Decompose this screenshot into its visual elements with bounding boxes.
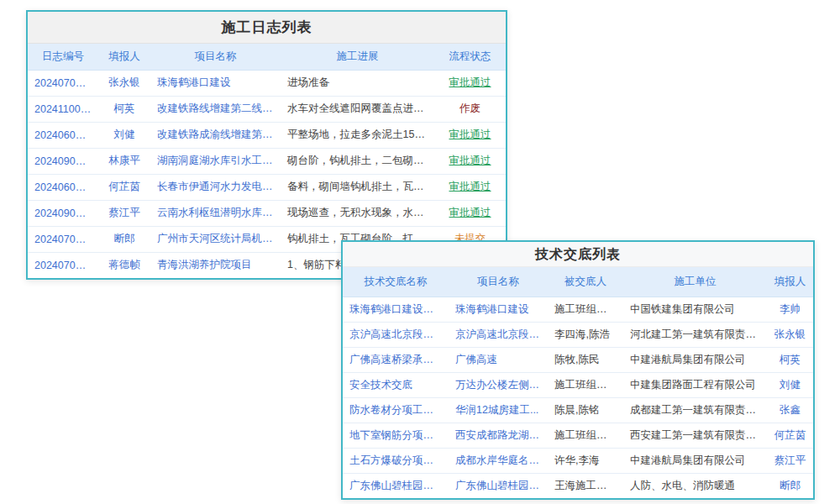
technical-disclosure-panel: 技术交底列表 技术交底名称 项目名称 被交底人 施工单位 填报人 珠海鹤港口建设… [341, 240, 815, 500]
disclosure-recipient-text: 陈牧,陈民 [548, 347, 623, 372]
log-id-link[interactable]: 2024090009 [28, 148, 98, 174]
disclosure-unit-text: 中建港航局集团有限公司 [623, 347, 767, 372]
table-row: 2024060006 刘健 改建铁路成渝线增建第二... 平整场地，拉走多余泥土… [28, 122, 506, 148]
disclosure-recipient-text: 王海施工队全队 [548, 473, 623, 498]
disclosure-name-link[interactable]: 地下室钢筋分项工程... [343, 423, 449, 448]
log-status-badge[interactable]: 审批通过 [434, 122, 506, 148]
disclosure-col-unit: 施工单位 [623, 267, 767, 297]
log-status-badge[interactable]: 审批通过 [434, 174, 506, 200]
disclosure-name-link[interactable]: 土石方爆破分项工程... [343, 448, 449, 473]
table-row: 安全技术交底 万达办公楼左侧A... 施工班组带班班... 中建集团路面工程有限… [343, 372, 813, 397]
log-status-badge[interactable]: 审批通过 [434, 200, 506, 226]
disclosure-reporter-link[interactable]: 断郎 [767, 473, 813, 498]
disclosure-col-reporter: 填报人 [767, 267, 813, 297]
table-row: 2024070011 张永银 珠海鹤港口建设 进场准备 审批通过 [28, 70, 506, 96]
disclosure-name-link[interactable]: 京沪高速北京段维修... [343, 322, 449, 347]
disclosure-table-header-row: 技术交底名称 项目名称 被交底人 施工单位 填报人 [343, 267, 813, 297]
log-reporter-link[interactable]: 蒋德帧 [98, 252, 150, 278]
disclosure-reporter-link[interactable]: 张鑫 [767, 397, 813, 423]
log-col-progress: 施工进展 [281, 44, 434, 70]
log-id-link[interactable]: 2024090009 [28, 200, 98, 226]
log-id-link[interactable]: 2024070009 [28, 252, 98, 278]
log-id-link[interactable]: 2024060005 [28, 174, 98, 200]
table-row: 京沪高速北京段维修... 京沪高速北京段维修 李四海,陈浩 河北建工第一建筑有限… [343, 322, 813, 347]
log-progress-text: 备料，砌间墙钩机排土，瓦工... [281, 174, 434, 200]
log-col-project: 项目名称 [150, 44, 281, 70]
disclosure-recipient-text: 施工班组带班班... [548, 297, 623, 322]
table-row: 2024090009 林康平 湖南洞庭湖水库引水工程... 砌台阶，钩机排土，二… [28, 148, 506, 174]
log-project-link[interactable]: 云南水利枢纽潜明水库一... [150, 200, 281, 226]
log-status-badge[interactable]: 作废 [434, 96, 506, 122]
log-table-header-row: 日志编号 填报人 项目名称 施工进展 流程状态 [28, 44, 506, 70]
log-id-link[interactable]: 2024110002 [28, 96, 98, 122]
disclosure-panel-title: 技术交底列表 [343, 242, 813, 267]
log-reporter-link[interactable]: 柯英 [98, 96, 150, 122]
table-row: 地下室钢筋分项工程... 西安成都路龙湖上... 施工班组带班班... 西安建工… [343, 423, 813, 448]
log-project-link[interactable]: 青海洪湖养护院项目 [150, 252, 281, 278]
disclosure-col-project: 项目名称 [449, 267, 548, 297]
disclosure-project-link[interactable]: 广东佛山碧桂园项目 [449, 473, 548, 498]
disclosure-col-recipient: 被交底人 [548, 267, 623, 297]
log-progress-text: 砌台阶，钩机排土，二包砌间... [281, 148, 434, 174]
table-row: 2024060005 何芷茵 长春市伊通河水力发电厂... 备料，砌间墙钩机排土… [28, 174, 506, 200]
disclosure-reporter-link[interactable]: 何芷茵 [767, 423, 813, 448]
log-col-id: 日志编号 [28, 44, 98, 70]
disclosure-recipient-text: 施工班组带班班... [548, 423, 623, 448]
disclosure-name-link[interactable]: 防水卷材分项工程施... [343, 397, 449, 423]
disclosure-recipient-text: 许华,李海 [548, 448, 623, 473]
disclosure-project-link[interactable]: 华润12城房建工... [449, 397, 548, 423]
construction-log-panel: 施工日志列表 日志编号 填报人 项目名称 施工进展 流程状态 202407001… [26, 10, 507, 280]
table-row: 珠海鹤港口建设抗浮... 珠海鹤港口建设 施工班组带班班... 中国铁建集团有限… [343, 297, 813, 322]
log-reporter-link[interactable]: 刘健 [98, 122, 150, 148]
disclosure-reporter-link[interactable]: 刘健 [767, 372, 813, 397]
log-project-link[interactable]: 广州市天河区统计局机房... [150, 226, 281, 252]
log-col-reporter: 填报人 [98, 44, 150, 70]
log-progress-text: 水车对全线遮阳网覆盖点进行... [281, 96, 434, 122]
log-status-badge[interactable]: 审批通过 [434, 148, 506, 174]
disclosure-unit-text: 中建港航局集团有限公司 [623, 448, 767, 473]
disclosure-name-link[interactable]: 安全技术交底 [343, 372, 449, 397]
log-project-link[interactable]: 珠海鹤港口建设 [150, 70, 281, 96]
log-reporter-link[interactable]: 蔡江平 [98, 200, 150, 226]
disclosure-project-link[interactable]: 西安成都路龙湖上... [449, 423, 548, 448]
disclosure-table: 技术交底名称 项目名称 被交底人 施工单位 填报人 珠海鹤港口建设抗浮... 珠… [343, 267, 813, 498]
disclosure-name-link[interactable]: 广东佛山碧桂园项目... [343, 473, 449, 498]
disclosure-unit-text: 中国铁建集团有限公司 [623, 297, 767, 322]
log-id-link[interactable]: 2024070011 [28, 226, 98, 252]
log-project-link[interactable]: 改建铁路成渝线增建第二... [150, 122, 281, 148]
disclosure-reporter-link[interactable]: 张永银 [767, 322, 813, 347]
log-id-link[interactable]: 2024070011 [28, 70, 98, 96]
disclosure-unit-text: 西安建工第一建筑有限责任公司 [623, 423, 767, 448]
table-row: 广东佛山碧桂园项目... 广东佛山碧桂园项目 王海施工队全队 人防、水电、消防暖… [343, 473, 813, 498]
log-col-status: 流程状态 [434, 44, 506, 70]
log-reporter-link[interactable]: 张永银 [98, 70, 150, 96]
disclosure-reporter-link[interactable]: 蔡江平 [767, 448, 813, 473]
log-reporter-link[interactable]: 断郎 [98, 226, 150, 252]
disclosure-unit-text: 成都建工第一建筑有限责任公司 [623, 397, 767, 423]
disclosure-recipient-text: 李四海,陈浩 [548, 322, 623, 347]
table-row: 防水卷材分项工程施... 华润12城房建工... 陈晨,陈铭 成都建工第一建筑有… [343, 397, 813, 423]
log-reporter-link[interactable]: 林康平 [98, 148, 150, 174]
disclosure-table-body: 珠海鹤港口建设抗浮... 珠海鹤港口建设 施工班组带班班... 中国铁建集团有限… [343, 297, 813, 498]
log-project-link[interactable]: 改建铁路线增建第二线直... [150, 96, 281, 122]
disclosure-name-link[interactable]: 广佛高速桥梁承台施... [343, 347, 449, 372]
disclosure-recipient-text: 陈晨,陈铭 [548, 397, 623, 423]
log-project-link[interactable]: 湖南洞庭湖水库引水工程... [150, 148, 281, 174]
log-id-link[interactable]: 2024060006 [28, 122, 98, 148]
disclosure-project-link[interactable]: 万达办公楼左侧A... [449, 372, 548, 397]
table-row: 2024110002 柯英 改建铁路线增建第二线直... 水车对全线遮阳网覆盖点… [28, 96, 506, 122]
log-progress-text: 平整场地，拉走多余泥土15辆... [281, 122, 434, 148]
disclosure-name-link[interactable]: 珠海鹤港口建设抗浮... [343, 297, 449, 322]
log-status-badge[interactable]: 审批通过 [434, 70, 506, 96]
disclosure-project-link[interactable]: 成都水岸华庭名苑... [449, 448, 548, 473]
disclosure-project-link[interactable]: 广佛高速 [449, 347, 548, 372]
table-row: 2024090009 蔡江平 云南水利枢纽潜明水库一... 现场巡查，无积水现象… [28, 200, 506, 226]
log-progress-text: 现场巡查，无积水现象，水马... [281, 200, 434, 226]
disclosure-project-link[interactable]: 珠海鹤港口建设 [449, 297, 548, 322]
disclosure-reporter-link[interactable]: 柯英 [767, 347, 813, 372]
log-project-link[interactable]: 长春市伊通河水力发电厂... [150, 174, 281, 200]
disclosure-project-link[interactable]: 京沪高速北京段维修 [449, 322, 548, 347]
log-reporter-link[interactable]: 何芷茵 [98, 174, 150, 200]
disclosure-recipient-text: 施工班组带班班... [548, 372, 623, 397]
disclosure-reporter-link[interactable]: 李帅 [767, 297, 813, 322]
